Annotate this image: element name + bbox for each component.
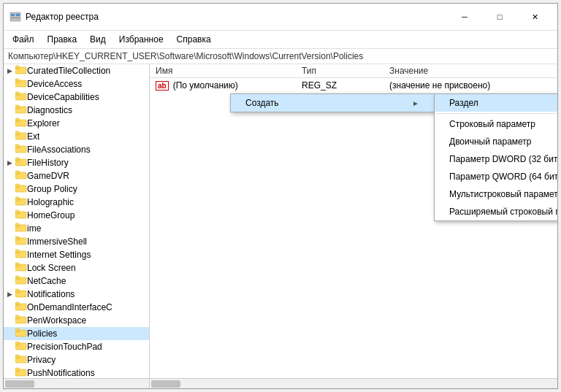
multistring-param-label: Мультистроковый параметр <box>449 189 557 199</box>
submenu-item-binary[interactable]: Двоичный параметр <box>435 133 557 150</box>
create-menu-item[interactable]: Создать ► <box>231 94 434 112</box>
tree-item-label: GameDVR <box>27 171 69 181</box>
tree-item[interactable]: Internet Settings <box>4 248 149 261</box>
svg-rect-39 <box>15 210 19 212</box>
tree-item[interactable]: ime <box>4 222 149 235</box>
svg-rect-30 <box>15 171 19 173</box>
folder-icon <box>15 315 27 326</box>
tree-item[interactable]: OnDemandInterfaceC <box>4 301 149 314</box>
menu-separator <box>435 113 557 114</box>
svg-rect-0 <box>10 12 20 21</box>
svg-rect-57 <box>15 289 19 291</box>
svg-rect-45 <box>15 237 19 239</box>
context-menu: Создать ► ➤ 1 Раздел <box>230 93 435 112</box>
tree-item-label: PrecisionTouchPad <box>27 342 102 352</box>
create-label: Создать <box>245 98 279 108</box>
title-bar: Редактор реестра ─ □ ✕ <box>4 4 557 31</box>
menu-item-вид[interactable]: Вид <box>84 32 112 47</box>
maximize-button[interactable]: □ <box>483 8 516 26</box>
tree-item-label: ImmersiveShell <box>27 237 87 247</box>
tree-item[interactable]: NetCache <box>4 274 149 288</box>
folder-icon <box>15 210 27 221</box>
folder-icon <box>15 288 27 300</box>
menu-item-правка[interactable]: Правка <box>42 32 83 47</box>
svg-rect-24 <box>15 145 19 147</box>
detail-scrollbar-h[interactable] <box>150 378 557 388</box>
title-bar-left: Редактор реестра <box>9 11 99 23</box>
folder-icon <box>15 65 27 77</box>
tree-item[interactable]: HomeGroup <box>4 209 149 222</box>
folder-icon <box>15 341 27 353</box>
svg-rect-60 <box>15 302 19 304</box>
tree-item[interactable]: Lock Screen <box>4 261 149 274</box>
tree-item[interactable]: Privacy <box>4 353 149 366</box>
menu-item-файл[interactable]: Файл <box>7 32 40 47</box>
detail-cell-value: (значение не присвоено) <box>389 80 552 91</box>
folder-icon <box>15 131 27 142</box>
tree-item[interactable]: DeviceCapabilities <box>4 91 149 104</box>
svg-rect-54 <box>15 276 19 278</box>
svg-rect-6 <box>15 66 19 68</box>
submenu-item-expandable[interactable]: Расширяемый строковый параметр <box>435 203 557 220</box>
submenu-item-multistring[interactable]: Мультистроковый параметр <box>435 185 557 203</box>
close-button[interactable]: ✕ <box>518 8 552 26</box>
tree-item[interactable]: ▶ CuratedTileCollection <box>4 64 149 77</box>
main-window: Редактор реестра ─ □ ✕ ФайлПравкаВидИзбр… <box>3 3 558 389</box>
tree-item[interactable]: GameDVR <box>4 169 149 182</box>
folder-icon <box>15 170 27 182</box>
folder-icon <box>15 104 27 116</box>
svg-rect-66 <box>15 328 19 331</box>
folder-icon <box>15 301 27 313</box>
col-name: Имя <box>156 66 302 76</box>
tree-item[interactable]: Diagnostics <box>4 104 149 117</box>
tree-item[interactable]: DeviceAccess <box>4 77 149 91</box>
svg-rect-69 <box>15 342 19 344</box>
detail-scroll-thumb <box>151 380 180 388</box>
tree-item[interactable]: ImmersiveShell <box>4 235 149 248</box>
tree-item-label: Explorer <box>27 118 60 128</box>
col-value: Значение <box>389 66 552 76</box>
tree-item-label: Policies <box>27 328 57 339</box>
folder-icon <box>15 354 27 366</box>
menu-item-справка[interactable]: Справка <box>171 32 217 47</box>
detail-cell-name: ab (По умолчанию) <box>156 80 302 91</box>
tree-item-label: Internet Settings <box>27 250 91 260</box>
tree-item[interactable]: Explorer <box>4 117 149 130</box>
svg-rect-15 <box>15 105 19 107</box>
menu-bar: ФайлПравкаВидИзбранноеСправка <box>4 31 557 49</box>
tree-item-label: FileHistory <box>27 158 69 168</box>
tree-item[interactable]: FileAssociations <box>4 143 149 156</box>
tree-item-label: DeviceAccess <box>27 79 82 89</box>
address-text: Компьютер\HKEY_CURRENT_USER\Software\Mic… <box>8 51 363 61</box>
submenu-item-qword[interactable]: Параметр QWORD (64 бита) <box>435 168 557 185</box>
tree-item[interactable]: Policies <box>4 327 149 340</box>
detail-row[interactable]: ab (По умолчанию) REG_SZ (значение не пр… <box>150 78 557 93</box>
tree-panel[interactable]: ▶ CuratedTileCollection DeviceAccess Dev… <box>4 64 150 378</box>
tree-item[interactable]: PushNotifications <box>4 366 149 378</box>
tree-item[interactable]: ▶ Notifications <box>4 288 149 301</box>
submenu-item-string[interactable]: Строковый параметр <box>435 115 557 133</box>
svg-rect-42 <box>15 223 19 226</box>
tree-item[interactable]: Ext <box>4 130 149 143</box>
tree-item[interactable]: PrecisionTouchPad <box>4 340 149 353</box>
window-title: Редактор реестра <box>26 12 99 22</box>
tree-item[interactable]: ▶ FileHistory <box>4 156 149 169</box>
submenu-item-razdel[interactable]: Раздел <box>435 94 557 112</box>
svg-rect-75 <box>15 368 19 370</box>
tree-item[interactable]: PenWorkspace <box>4 314 149 327</box>
folder-icon <box>15 262 27 274</box>
tree-item[interactable]: Group Policy <box>4 182 149 196</box>
qword-param-label: Параметр QWORD (64 бита) <box>449 172 557 182</box>
minimize-button[interactable]: ─ <box>448 8 481 26</box>
tree-item[interactable]: Holographic <box>4 196 149 209</box>
tree-scrollbar-h[interactable] <box>4 378 150 388</box>
submenu-item-dword[interactable]: Параметр DWORD (32 бита) <box>435 150 557 168</box>
folder-icon <box>15 367 27 378</box>
app-icon <box>9 11 21 23</box>
folder-icon <box>15 183 27 195</box>
svg-rect-36 <box>15 197 19 199</box>
menu-item-избранное[interactable]: Избранное <box>113 32 169 47</box>
svg-rect-9 <box>15 79 19 81</box>
svg-rect-33 <box>15 184 19 186</box>
tree-item-label: CuratedTileCollection <box>27 66 110 76</box>
